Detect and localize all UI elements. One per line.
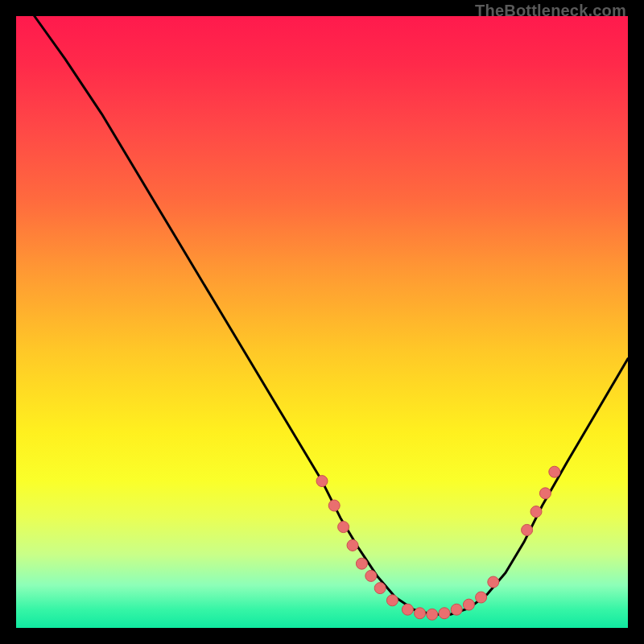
curve-svg [16,16,628,628]
data-marker [356,558,367,569]
bottleneck-curve [16,0,628,614]
data-marker [427,609,438,620]
plot-area [16,16,628,628]
data-marker [365,570,377,581]
data-marker [402,604,413,615]
data-marker [522,524,533,535]
data-marker [488,576,499,588]
data-marker [476,592,487,603]
data-marker [549,466,560,477]
data-marker [451,604,462,615]
data-marker [338,522,349,533]
data-marker [347,539,358,551]
data-marker [539,488,551,499]
data-marker [374,583,386,594]
data-marker [463,599,474,610]
chart-frame: TheBottleneck.com [0,0,644,644]
data-marker [316,476,328,487]
data-marker [530,506,542,518]
data-marker [386,595,398,606]
data-marker [328,500,340,511]
data-marker [415,608,426,619]
data-marker [439,608,450,619]
